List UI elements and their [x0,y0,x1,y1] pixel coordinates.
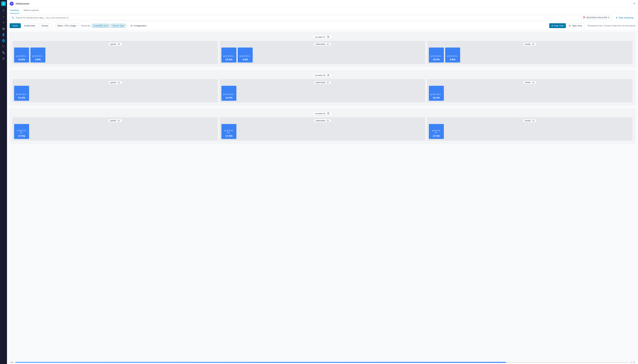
service-groups-us-east-1b: system 1 ip-10-0-16-2... 12.4% kubernete… [12,79,632,102]
close-icon[interactable]: ✕ [633,2,635,5]
service-header-docker: docker 2 [429,42,631,46]
host-tile[interactable]: ip-10-0-16-2... 12.4% [14,86,29,101]
sidebar-icon-settings[interactable]: ⚙ [1,56,6,61]
host-tile[interactable]: ip-10-0-14-18... 17.5% [14,124,29,139]
gear-icon: ⚙ [131,24,133,27]
service-header-kubernetes: kubernetes 1 [222,81,424,84]
nav-tabs: Inventory Metrics explorer [7,7,638,14]
zone-group-us-east-1b: us-east-1b 3 system 1 ip-10-0-16-2... 12… [10,70,635,105]
page-title: Infrastructure [16,2,29,5]
service-header-system: system 2 [14,42,216,46]
table-view-button[interactable]: ☰ Table View [566,23,584,28]
metric-dropdown[interactable]: Metric: CPU Usage ▾ [56,24,80,28]
host-name: ip-10-0-43-3... [240,55,251,57]
kubernetes-button[interactable]: Kubernetes [22,23,38,28]
hosts-grid: ip-10-0-40-4... 15.9%ip-10-0-43-3... 3.8… [14,48,216,62]
hosts-grid: ip-10-0-14-18... 17.5% [222,124,424,139]
service-header-kubernetes: kubernetes 2 [222,42,424,46]
configuration-button[interactable]: ⚙ Configuration [129,24,148,28]
host-tile[interactable]: ip-10-0-40-4... 15.9% [14,48,29,62]
service-badge-docker: docker 1 [523,81,536,84]
host-pct: 17.5% [18,134,25,137]
service-badge-kubernetes: kubernetes 2 [314,42,331,46]
hosts-button[interactable]: Hosts [10,23,21,28]
service-count: 1 [117,120,120,122]
sidebar-icon-shield[interactable]: 🛡 [1,44,6,49]
service-groups-us-east-1a: system 1 ip-10-0-14-18... 17.5% kubernet… [12,117,632,140]
chevron-down-icon: ▾ [77,24,78,27]
service-badge-docker: docker 1 [523,119,536,122]
zone-group-us-east-1a: us-east-1a 3 system 1 ip-10-0-14-18... 1… [10,108,635,144]
search-bar[interactable]: 🔍 [10,15,579,20]
hosts-grid: ip-10-0-16-2... 12.4% [222,86,424,101]
hosts-grid: ip-10-0-16-2... 12.4% [14,86,216,101]
refresh-spinner: ↻ [608,16,610,19]
controls-bar: Hosts Kubernetes Docker Metric: CPU Usag… [7,22,638,30]
sidebar-icon-box[interactable]: ▦ [1,26,6,31]
service-name: system [110,81,116,84]
service-name: docker [525,81,531,84]
host-tile[interactable]: ip-10-0-16-2... 12.4% [429,86,444,101]
host-pct: 15.9% [226,58,232,61]
host-tile[interactable]: ip-10-0-40-4... 15.9% [222,48,236,62]
zone-header-us-east-1a: us-east-1a 3 [12,111,632,115]
host-name: ip-10-0-43-3... [32,55,44,57]
service-header-system: system 1 [14,119,216,122]
host-tile[interactable]: ip-10-0-16-2... 12.4% [222,86,236,101]
datetime-picker[interactable]: 📅 08/10/2019 5:06:16 PM ↻ [581,16,612,20]
service-name: kubernetes [316,120,325,122]
zone-badge-us-east-1c: us-east-1c 6 [313,35,332,39]
host-tile[interactable]: ip-10-0-40-4... 15.9% [429,48,444,62]
bottom-min-value: 3.8% [10,361,14,363]
sidebar-icon-layers[interactable]: ≡ [1,20,6,25]
group-tag-availability-zone[interactable]: Availability Zone [92,24,110,28]
service-name: system [110,43,116,46]
search-input[interactable] [16,16,577,19]
service-badge-kubernetes: kubernetes 1 [314,81,331,84]
sidebar-icon-clock[interactable]: ⏱ [1,8,6,13]
data-subtitle: Showing the last 1 minute of data from t… [588,24,636,27]
service-groups-us-east-1c: system 2 ip-10-0-40-4... 15.9%ip-10-0-43… [12,41,632,64]
host-tile[interactable]: ip-10-0-14-18... 17.5% [222,124,236,139]
sidebar-icon-home[interactable]: ⌂ [1,14,6,19]
sidebar-icon-user[interactable]: 👤 [1,32,6,37]
hosts-grid: ip-10-0-14-18... 17.5% [429,124,631,139]
docker-button[interactable]: Docker [39,23,51,28]
service-group-kubernetes-us-east-1a: kubernetes 1 ip-10-0-14-18... 17.5% [220,117,425,140]
sidebar-icon-tool[interactable]: 🔧 [1,50,6,55]
service-header-docker: docker 1 [429,119,631,122]
host-pct: 15.9% [18,58,25,61]
service-badge-system: system 1 [108,81,122,84]
group-tag-service-type[interactable]: Service Type [111,24,125,28]
pause-icon: ⏸ [616,16,618,19]
app-logo[interactable]: D [1,1,6,6]
tab-inventory[interactable]: Inventory [10,7,19,14]
zone-label: us-east-1a [315,112,325,115]
main-content: D Infrastructure ✕ Inventory Metrics exp… [7,0,638,364]
service-count: 2 [532,43,535,45]
group-by-chevron[interactable]: ▾ [127,24,128,27]
service-count: 1 [326,82,330,84]
host-tile[interactable]: ip-10-0-43-3... 3.8% [445,48,460,62]
service-name: system [110,120,116,122]
stop-refresh-button[interactable]: ⏸ Stop refreshing [614,16,635,20]
service-group-system-us-east-1b: system 1 ip-10-0-16-2... 12.4% [12,79,218,102]
grid-icon: ⊞ [552,24,553,27]
service-name: docker [525,120,531,122]
sidebar-icon-globe[interactable]: 🌐 [1,38,6,43]
service-header-kubernetes: kubernetes 1 [222,119,424,122]
bottom-bar: 3.8% 17.7% [7,360,638,364]
separator [53,24,54,28]
host-tile[interactable]: ip-10-0-43-3... 3.8% [30,48,46,62]
tab-metrics[interactable]: Metrics explorer [23,7,39,14]
search-icon: 🔍 [12,16,14,19]
service-count: 1 [532,120,535,122]
host-tile[interactable]: ip-10-0-14-18... 17.5% [429,124,444,139]
host-tile[interactable]: ip-10-0-43-3... 3.8% [238,48,253,62]
service-group-system-us-east-1a: system 1 ip-10-0-14-18... 17.5% [12,117,218,140]
map-view-button[interactable]: ⊞ Map View [549,23,566,28]
scroll-area[interactable]: us-east-1c 6 system 2 ip-10-0-40-4... 15… [7,30,638,360]
service-count: 2 [326,43,330,45]
service-group-docker-us-east-1b: docker 1 ip-10-0-16-2... 12.4% [427,79,632,102]
host-pct: 17.5% [226,134,232,137]
